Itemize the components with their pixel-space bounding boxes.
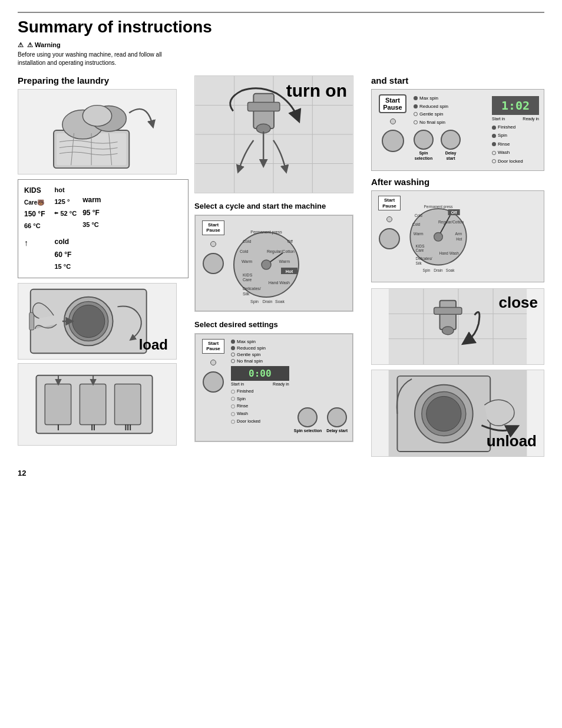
svg-text:Spin: Spin: [422, 268, 430, 273]
turn-on-label: turn on: [286, 81, 347, 101]
svg-text:Drain: Drain: [263, 299, 273, 304]
gentle-spin-option: Gentle spin: [231, 352, 289, 357]
load-illustration: load: [18, 283, 177, 360]
door-locked-status: Door locked: [231, 418, 289, 426]
after-washing-title: After washing: [371, 177, 544, 187]
svg-text:Off: Off: [451, 210, 458, 215]
and-start-title: and start: [371, 75, 544, 85]
svg-text:Arm: Arm: [455, 232, 462, 236]
svg-point-78: [442, 327, 454, 335]
svg-text:Hot: Hot: [456, 237, 462, 241]
warning-text: Before using your washing machine, read …: [18, 51, 183, 67]
start-wash-status: Wash: [492, 149, 539, 157]
spin-status: Spin: [231, 396, 289, 403]
load-label: load: [139, 337, 168, 353]
settings-start-pause: StartPause: [202, 339, 224, 354]
cycle-control-panel: StartPause Permanent press Off Regular/C…: [194, 215, 353, 312]
preparing-section-title: Preparing the laundry: [18, 75, 189, 85]
svg-text:Off: Off: [287, 239, 293, 243]
svg-text:Care: Care: [416, 248, 424, 252]
svg-text:Soak: Soak: [275, 299, 285, 304]
svg-text:Regular/Cotton: Regular/Cotton: [267, 249, 295, 254]
temperature-table: KIDS Care🐻 150 °F 66 °C ↑ hot 125 ° ⬅ 52…: [18, 179, 189, 278]
start-delay-dial-group: Delaystart: [441, 130, 461, 161]
max-spin-option: Max spin: [231, 339, 289, 344]
start-btn[interactable]: StartPause: [379, 94, 406, 113]
after-indicator: [386, 216, 392, 222]
after-start-pause: StartPause: [378, 196, 401, 210]
select-cycle-title: Select a cycle and start the machine: [194, 202, 365, 212]
start-circle-btn[interactable]: [382, 130, 404, 152]
unload-illustration: unload: [371, 370, 544, 457]
start-spin-label: Spinselection: [415, 151, 432, 161]
indicator-dot: [210, 241, 216, 247]
middle-column: turn on Select a cycle and start the mac…: [194, 75, 365, 457]
svg-text:Cold: Cold: [240, 249, 249, 253]
svg-text:KIDS: KIDS: [243, 273, 253, 277]
reduced-spin-option: Reduced spin: [231, 345, 289, 351]
svg-text:Warm: Warm: [414, 232, 424, 236]
after-washing-panel: StartPause Permanent press Off Regular/C…: [371, 190, 544, 282]
svg-rect-76: [439, 301, 456, 330]
warning-label: ⚠ ⚠ Warning: [18, 41, 544, 49]
svg-text:Warm: Warm: [242, 259, 253, 263]
hot-label: hot: [54, 185, 77, 196]
start-timer: 1:02: [492, 96, 539, 115]
start-spin-dial-group: Spinselection: [414, 130, 434, 161]
svg-text:Spin: Spin: [250, 299, 259, 304]
no-final-spin-option: No final spin: [231, 358, 289, 364]
svg-text:Cold: Cold: [412, 222, 421, 226]
settings-control-panel: StartPause Max spin Reduced spin: [194, 333, 353, 442]
start-rinse-status: Rinse: [492, 140, 539, 149]
start-indicator: [390, 118, 396, 124]
svg-text:KIDS: KIDS: [416, 244, 425, 248]
svg-rect-77: [434, 307, 462, 314]
svg-rect-14: [45, 384, 71, 424]
svg-text:Silk: Silk: [243, 292, 250, 296]
svg-text:Regular/Cotton: Regular/Cotton: [438, 220, 464, 225]
warm-f: warm: [82, 194, 101, 207]
close-illustration: close: [371, 288, 544, 365]
settings-circle-btn[interactable]: [203, 371, 224, 393]
svg-text:Hand Wash: Hand Wash: [439, 251, 459, 255]
start-spin-status: Spin: [492, 131, 539, 140]
svg-text:Soak: Soak: [446, 268, 455, 272]
start-delay-label: Delaystart: [445, 151, 457, 161]
detergent-illustration: I II III: [18, 363, 177, 446]
finished-status: Finished: [231, 388, 289, 396]
svg-text:Delicates/: Delicates/: [243, 286, 261, 291]
cycle-button[interactable]: [203, 253, 224, 274]
svg-point-83: [427, 396, 461, 431]
svg-rect-15: [80, 384, 105, 424]
start-no-final-spin: No final spin: [414, 118, 487, 127]
page-title: Summary of instructions: [18, 12, 544, 37]
svg-text:Hand Wash: Hand Wash: [269, 281, 290, 285]
select-settings-title: Select desired settings: [194, 320, 365, 330]
close-label: close: [499, 294, 538, 312]
svg-point-11: [72, 305, 105, 337]
cold-f: cold: [54, 236, 71, 249]
warning-icon: ⚠: [18, 41, 24, 48]
start-control-panel: StartPause Max spin Reduced spin Gentle …: [371, 89, 544, 171]
svg-text:Delicates/: Delicates/: [416, 256, 432, 261]
svg-rect-12: [29, 312, 34, 330]
svg-point-49: [262, 260, 271, 269]
start-spin-dial[interactable]: [414, 130, 434, 150]
svg-text:Silk: Silk: [416, 261, 422, 265]
start-pause-label: StartPause: [202, 220, 224, 235]
unload-label: unload: [487, 432, 537, 450]
settings-timer: 0:00: [231, 366, 289, 381]
settings-indicator: [210, 360, 216, 365]
svg-rect-28: [247, 103, 279, 111]
svg-point-69: [434, 232, 443, 241]
spin-selection-dial[interactable]: [297, 407, 318, 427]
wash-status: Wash: [231, 410, 289, 418]
hot-f: 125 °: [54, 196, 77, 208]
svg-text:Drain: Drain: [434, 268, 443, 272]
spin-selection-label: Spin selection: [294, 429, 322, 433]
after-circle-btn[interactable]: [379, 228, 400, 249]
delay-start-label: Delay start: [326, 429, 348, 433]
delay-start-dial[interactable]: [327, 407, 347, 427]
svg-text:Cold: Cold: [243, 239, 252, 243]
start-delay-dial[interactable]: [441, 130, 461, 150]
